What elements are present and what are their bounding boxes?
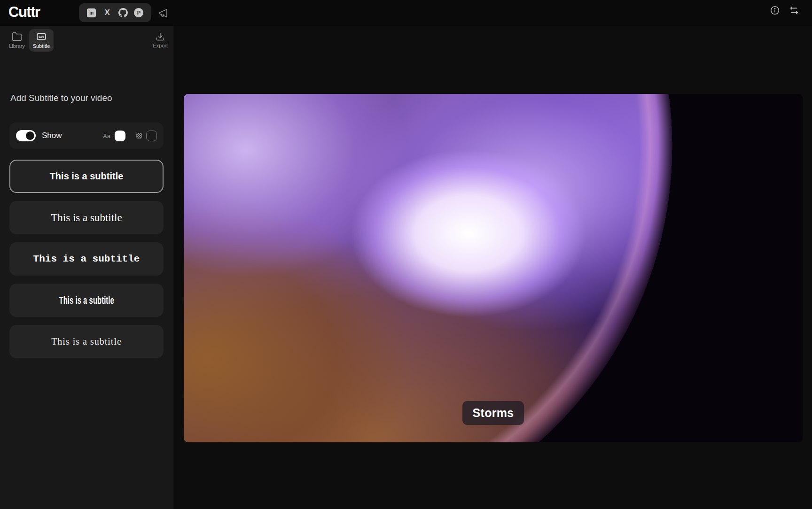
show-toggle-label: Show [42,131,62,140]
subtitle-style-label: This is a subtitle [59,294,114,307]
panel-heading: Add Subtitle to your video [10,93,112,103]
x-twitter-icon[interactable]: X [101,7,113,19]
font-color-label: Aa [103,132,110,139]
top-bar: Cuttr in X P [0,0,812,26]
producthunt-icon[interactable]: P [133,7,145,19]
tab-subtitle-label: Subtitle [33,43,50,49]
subtitle-style-condensed[interactable]: This is a subtitle [9,284,164,317]
sidebar: Library Subtitle [0,26,173,509]
tab-library[interactable]: Library [5,29,29,52]
subtitle-style-handwritten[interactable]: This is a subtitle [9,325,164,358]
export-button[interactable]: Export [153,32,169,48]
sidebar-tab-row: Library Subtitle [0,27,173,53]
linkedin-icon[interactable]: in [86,7,98,19]
color-controls: Aa [103,131,157,141]
social-links-bar: in X P [79,3,151,22]
tab-subtitle[interactable]: Subtitle [29,29,54,52]
github-icon[interactable] [117,7,129,19]
video-subtitle-overlay[interactable]: Storms [462,401,524,425]
background-color-swatch[interactable] [146,131,157,141]
swap-horizontal-icon[interactable] [789,5,799,15]
megaphone-icon[interactable] [158,8,169,19]
app-logo: Cuttr [8,4,40,21]
folder-icon [12,31,22,42]
app-window: Cuttr in X P [0,0,812,509]
show-subtitle-toggle[interactable] [16,130,36,141]
subtitle-style-bold-sans[interactable]: This is a subtitle [9,160,164,193]
font-color-swatch[interactable] [115,131,125,141]
subtitle-style-serif[interactable]: This is a subtitle [9,201,164,234]
export-button-label: Export [153,43,168,48]
download-icon [156,32,165,41]
subtitle-style-label: This is a subtitle [51,212,122,224]
subtitle-style-label: This is a subtitle [33,254,140,264]
subtitle-options-panel: Show Aa [9,123,164,149]
captions-icon [36,31,47,42]
tab-library-label: Library [9,43,25,49]
background-pattern-icon [136,133,142,139]
info-icon[interactable] [770,5,780,15]
subtitle-style-label: This is a subtitle [50,171,124,182]
video-preview[interactable]: Storms [184,94,803,442]
toggle-knob [26,131,34,140]
subtitle-style-label: This is a subtitle [51,336,122,347]
subtitle-style-monospace[interactable]: This is a subtitle [9,242,164,276]
subtitle-style-list: This is a subtitle This is a subtitle Th… [9,160,164,358]
